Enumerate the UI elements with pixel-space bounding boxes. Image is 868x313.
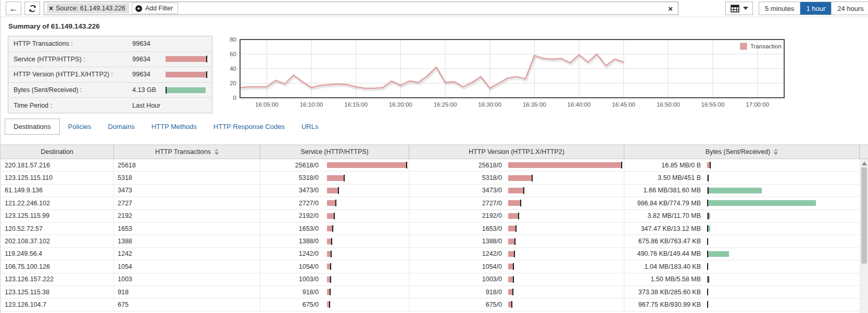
sort-icon[interactable] <box>774 149 778 155</box>
column-header-label: Service (HTTP/HTTPS) <box>300 148 369 155</box>
service-value: 25618/0 <box>260 162 319 169</box>
sort-down-arrow <box>774 152 778 155</box>
bar-divider-tick <box>512 289 513 295</box>
bar-divider-tick <box>707 263 708 270</box>
tab-domains[interactable]: Domains <box>99 119 143 135</box>
bar-divider-tick <box>707 301 708 308</box>
table-row[interactable]: 119.249.56.412421242/01242/0490.76 KB/14… <box>1 248 860 260</box>
cell-http-version: 5318/0 <box>409 172 624 184</box>
summary-row-bar <box>166 87 206 94</box>
tab-urls[interactable]: URLs <box>293 119 327 135</box>
bar-divider-tick <box>532 175 533 181</box>
table-row[interactable]: 123.126.157.22210031003/01003/01.50 MB/5… <box>1 273 860 286</box>
cell-bar <box>707 289 708 295</box>
sort-icon[interactable] <box>215 149 219 155</box>
service-value: 1054/0 <box>260 263 319 270</box>
scroll-up-icon[interactable] <box>862 162 867 165</box>
add-filter-button[interactable]: + Add Filter <box>132 3 179 14</box>
cell-service: 1242/0 <box>260 248 409 260</box>
column-header-http-transactions[interactable]: HTTP Transactions <box>114 145 260 159</box>
summary-row-bar <box>166 71 207 78</box>
tab-http-response-codes[interactable]: HTTP Response Codes <box>205 119 293 135</box>
clear-filters-icon[interactable]: × <box>665 5 676 12</box>
table-row[interactable]: 123.126.104.7675675/0675/0967.75 KB/930.… <box>1 298 860 311</box>
tab-http-methods[interactable]: HTTP Methods <box>143 119 205 135</box>
bytes-received-bar <box>709 277 710 282</box>
filter-bar[interactable]: × Source: 61.149.143.226 + Add Filter × <box>44 2 678 15</box>
x-axis-tick-label: 16:40:00 <box>568 101 591 108</box>
http1x-bar <box>508 277 513 282</box>
http-version-value: 2727/0 <box>409 200 502 207</box>
bytes-received-bar <box>708 200 816 206</box>
column-header-bytes-sent-received[interactable]: Bytes (Sent/Received) <box>624 145 860 159</box>
cell-destination: 123.125.115.110 <box>1 172 114 184</box>
cell-http-version: 1388/0 <box>409 235 624 247</box>
x-axis-tick-label: 16:10:00 <box>300 101 323 108</box>
x-axis-tick-label: 16:45:00 <box>612 101 635 108</box>
refresh-icon <box>29 5 36 12</box>
y-axis-tick-label: 40 <box>230 66 236 72</box>
tab-destinations[interactable]: Destinations <box>5 119 60 135</box>
table-row[interactable]: 202.108.37.10213881388/01388/0675.86 KB/… <box>1 235 860 247</box>
summary-row-label: HTTP Version (HTTP1.X/HTTP2) : <box>14 71 132 78</box>
table-row[interactable]: 121.22.246.10227272727/02727/0986.84 KB/… <box>1 197 860 210</box>
cell-destination: 202.108.37.102 <box>1 235 114 247</box>
bytes-value: 1.04 MB/183.40 KB <box>624 263 701 270</box>
cell-http-version: 918/0 <box>409 286 624 298</box>
cell-service: 3473/0 <box>260 185 409 197</box>
column-header-http-version-http1-x-http2[interactable]: HTTP Version (HTTP1.X/HTTP2) <box>409 145 624 159</box>
time-button-5-minutes[interactable]: 5 minutes <box>759 2 800 15</box>
cell-bar <box>327 200 336 206</box>
cell-destination: 123.126.157.222 <box>1 273 114 285</box>
cell-bar <box>508 301 512 308</box>
cell-transactions: 1003 <box>114 273 260 285</box>
add-filter-label: Add Filter <box>145 5 173 12</box>
summary-row-bytes-sent-received: Bytes (Sent/Received) :4.13 GB <box>8 83 212 98</box>
cell-bytes: 986.84 KB/774.79 MB <box>624 197 860 209</box>
cell-bytes: 1.04 MB/183.40 KB <box>624 260 860 272</box>
cell-service: 25618/0 <box>260 159 409 171</box>
refresh-button[interactable] <box>24 2 40 15</box>
scrollbar-thumb[interactable] <box>861 167 867 264</box>
tab-bar: DestinationsPoliciesDomainsHTTP MethodsH… <box>5 119 326 135</box>
table-row[interactable]: 220.181.57.2162561825618/025618/016.85 M… <box>1 159 860 172</box>
cell-transactions: 2727 <box>114 197 260 209</box>
back-button[interactable]: ← <box>6 2 21 15</box>
cell-bar <box>327 276 331 283</box>
http1x-bar <box>508 200 520 206</box>
cell-service: 1653/0 <box>260 223 409 234</box>
view-mode-dropdown[interactable] <box>725 2 753 15</box>
pink-bar <box>166 56 206 62</box>
http-version-value: 918/0 <box>409 289 502 296</box>
vertical-scrollbar[interactable] <box>860 159 868 313</box>
table-row[interactable]: 123.125.115.11053185318/05318/03.50 MB/4… <box>1 172 860 184</box>
table-row[interactable]: 123.125.115.38918918/0918/0373.38 KB/285… <box>1 286 860 298</box>
cell-bytes: 3.82 MB/11.70 MB <box>624 210 860 222</box>
summary-row-label: Service (HTTP/HTTPS) : <box>14 56 132 63</box>
time-button-1-hour[interactable]: 1 hour <box>800 2 832 15</box>
table-body: 220.181.57.2162561825618/025618/016.85 M… <box>1 159 860 313</box>
summary-title: Summary of 61.149.143.226 <box>8 22 100 30</box>
column-header-destination[interactable]: Destination <box>1 145 114 159</box>
cell-transactions: 2192 <box>114 210 260 222</box>
table-row[interactable]: 106.75.100.12610541054/01054/01.04 MB/18… <box>1 260 860 273</box>
column-header-service-http-https[interactable]: Service (HTTP/HTTPS) <box>260 145 409 159</box>
table-row[interactable]: 120.52.72.5716531653/01653/0347.47 KB/13… <box>1 223 860 235</box>
cell-bar <box>707 251 729 257</box>
remove-filter-icon[interactable]: × <box>49 5 53 12</box>
summary-row-value: 99634 <box>132 40 166 47</box>
bytes-value: 373.38 KB/285.60 KB <box>624 289 701 296</box>
cell-bar <box>707 187 762 194</box>
cell-transactions: 3473 <box>114 185 260 197</box>
time-button-24-hours[interactable]: 24 hours <box>832 2 868 15</box>
tab-policies[interactable]: Policies <box>60 119 100 135</box>
bar-divider-tick <box>338 187 339 194</box>
table-row[interactable]: 61.149.9.13634733473/03473/01.66 MB/381.… <box>1 185 860 197</box>
x-axis-tick-label: 16:35:00 <box>523 101 546 108</box>
cell-service: 5318/0 <box>260 172 409 184</box>
table-row[interactable]: 123.125.115.9921922192/02192/03.82 MB/11… <box>1 210 860 223</box>
summary-row-value: Last Hour <box>132 102 166 109</box>
cell-bar <box>508 251 515 257</box>
summary-row-value: 99634 <box>132 56 166 63</box>
cell-bar <box>508 213 519 219</box>
